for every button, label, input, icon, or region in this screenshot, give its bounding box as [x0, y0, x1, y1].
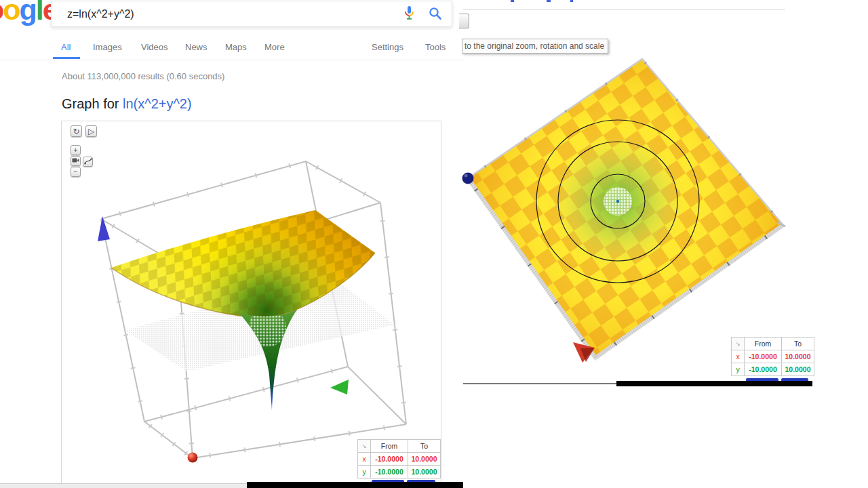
table-row-y: y -10.0000 10.0000 — [732, 363, 814, 376]
right-panel-divider — [463, 9, 785, 10]
table-corner-icon[interactable]: ↘ — [732, 338, 745, 350]
col-header-to: To — [408, 440, 441, 453]
y-to-cell[interactable]: 10.0000 — [782, 363, 814, 376]
origin-dot — [616, 200, 619, 203]
active-tab-underline — [53, 57, 80, 59]
path-flyout-button[interactable] — [83, 157, 93, 167]
taskbar-edge — [0, 483, 247, 488]
zoom-in-button[interactable]: + — [71, 145, 81, 155]
screen: oogle All Images Videos News Maps More S… — [0, 0, 868, 488]
heading-equation-link[interactable]: ln(x^2+y^2) — [123, 96, 192, 111]
z-axis-dot-highlight — [465, 174, 468, 178]
axis-label-x: x — [358, 453, 371, 466]
right-panel-bottom-edge — [463, 383, 616, 384]
clipped-link-fragment — [547, 0, 551, 2]
tab-all[interactable]: All — [61, 42, 71, 52]
heading-prefix: Graph for — [62, 96, 123, 111]
table-row-x: x -10.0000 10.0000 — [358, 453, 441, 466]
camera-button[interactable] — [71, 156, 81, 166]
range-table-left: ↘ From To x -10.0000 10.0000 y -10.0000 … — [357, 439, 441, 479]
clipped-toolbar-button[interactable] — [459, 14, 469, 28]
page-title: Graph for ln(x^2+y^2) — [62, 96, 192, 112]
path-rotate-icon — [84, 157, 92, 165]
tab-images[interactable]: Images — [93, 42, 122, 52]
mic-icon[interactable] — [404, 6, 414, 24]
y-to-cell[interactable]: 10.0000 — [408, 466, 441, 479]
menu-settings[interactable]: Settings — [372, 42, 403, 52]
x-to-cell[interactable]: 10.0000 — [408, 453, 441, 466]
reset-view-tooltip: to the original zoom, rotation and scale — [462, 39, 608, 54]
range-table-right: ↘ From To x -10.0000 10.0000 y -10.0000 … — [731, 337, 814, 376]
surface-plot-top-view[interactable] — [461, 41, 800, 383]
clipped-link-fragment — [570, 0, 573, 2]
logo-letter: l — [36, 0, 43, 26]
z-axis-dot-top-view — [462, 173, 474, 184]
black-window-edge-right — [616, 381, 812, 386]
graph-panel-3d: ↻ ▷ + − — [61, 121, 441, 488]
tab-maps[interactable]: Maps — [225, 42, 247, 52]
result-tabs: All Images Videos News Maps More Setting… — [0, 42, 463, 53]
x-from-cell[interactable]: -10.0000 — [745, 350, 782, 363]
col-header-from: From — [745, 338, 782, 350]
table-row-x: x -10.0000 10.0000 — [732, 350, 814, 363]
axis-label-y: y — [732, 363, 745, 376]
tabs-divider — [0, 60, 463, 60]
y-from-cell[interactable]: -10.0000 — [371, 466, 408, 479]
search-input[interactable] — [66, 1, 387, 26]
surface-plot-3d[interactable] — [62, 121, 441, 487]
tab-more[interactable]: More — [264, 42, 285, 52]
axis-label-y: y — [358, 466, 371, 479]
x-from-cell[interactable]: -10.0000 — [371, 453, 408, 466]
search-box[interactable] — [51, 1, 452, 27]
y-axis-arrow — [330, 380, 349, 394]
y-from-cell[interactable]: -10.0000 — [745, 363, 782, 376]
col-header-to: To — [782, 338, 814, 350]
google-logo[interactable]: oogle — [0, 0, 58, 26]
menu-tools[interactable]: Tools — [425, 42, 446, 52]
camera-icon — [72, 157, 79, 163]
axis-label-x: x — [732, 350, 745, 363]
play-button[interactable]: ▷ — [85, 125, 97, 137]
x-to-cell[interactable]: 10.0000 — [782, 350, 814, 363]
table-corner-icon[interactable]: ↘ — [358, 440, 371, 453]
logo-letter: o — [3, 0, 19, 26]
black-window-edge-left — [247, 482, 463, 488]
refresh-button[interactable]: ↻ — [71, 125, 82, 137]
result-stats: About 113,000,000 results (0.60 seconds) — [62, 71, 224, 81]
logo-letter: g — [20, 0, 36, 26]
clipped-link-fragment — [511, 0, 514, 2]
tab-news[interactable]: News — [185, 42, 208, 52]
origin-sphere — [188, 453, 198, 463]
zoom-out-button[interactable]: − — [71, 167, 81, 177]
col-header-from: From — [371, 440, 408, 453]
table-row-y: y -10.0000 10.0000 — [358, 466, 441, 479]
tab-videos[interactable]: Videos — [141, 42, 168, 52]
search-icon[interactable] — [429, 7, 442, 23]
